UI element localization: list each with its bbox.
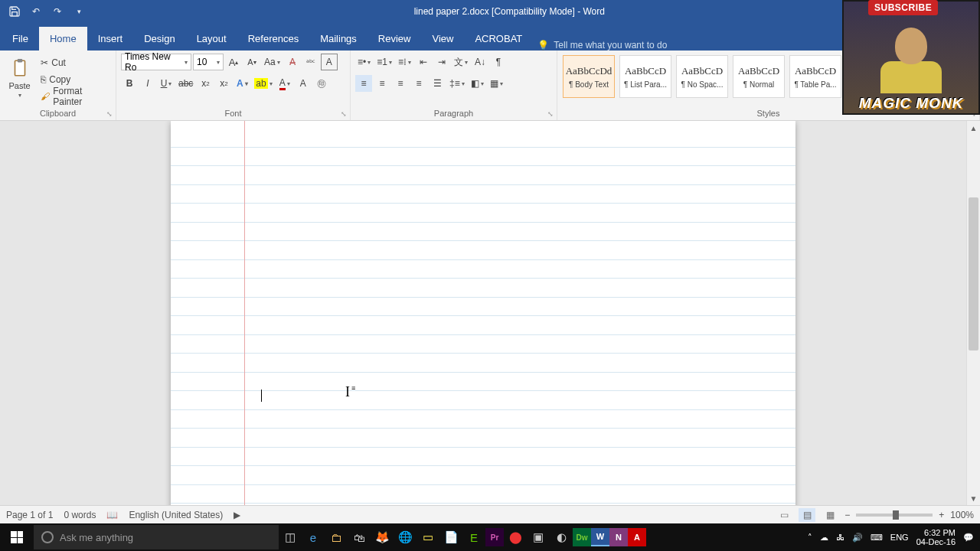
cloud-icon[interactable]: ☁ bbox=[820, 533, 828, 543]
style-normal[interactable]: AaBbCcD¶ Normal bbox=[733, 55, 785, 98]
grow-font-button[interactable]: A▴ bbox=[225, 54, 242, 70]
file-explorer-icon[interactable]: 🗀 bbox=[325, 523, 348, 551]
align-center-button[interactable]: ≡ bbox=[374, 75, 390, 92]
language-indicator[interactable]: English (United States) bbox=[129, 510, 223, 520]
input-icon[interactable]: ⌨ bbox=[871, 533, 883, 543]
spellcheck-icon[interactable]: 📖 bbox=[106, 510, 118, 520]
tab-acrobat[interactable]: ACROBAT bbox=[464, 27, 533, 51]
highlight-button[interactable]: ab bbox=[252, 75, 274, 92]
action-center-icon[interactable]: 💬 bbox=[963, 533, 974, 543]
strikethrough-button[interactable]: abc bbox=[176, 75, 195, 92]
chrome-icon[interactable]: 🌐 bbox=[394, 523, 416, 551]
tab-view[interactable]: View bbox=[421, 27, 464, 51]
zoom-in-button[interactable]: + bbox=[939, 510, 944, 520]
enclose-characters-button[interactable]: ㊞ bbox=[313, 75, 330, 92]
character-shading-button[interactable]: A bbox=[295, 75, 312, 92]
notepad-icon[interactable]: 📄 bbox=[439, 523, 462, 551]
clock[interactable]: 6:32 PM 04-Dec-16 bbox=[916, 528, 956, 546]
clear-formatting-button[interactable]: A̶ bbox=[284, 54, 301, 70]
cortana-search[interactable]: Ask me anything bbox=[34, 525, 279, 549]
shrink-font-button[interactable]: A▾ bbox=[243, 54, 260, 70]
macro-icon[interactable]: ▶ bbox=[234, 510, 240, 520]
distributed-button[interactable]: ☰ bbox=[429, 75, 446, 92]
asian-layout-button[interactable]: 文 bbox=[452, 54, 470, 70]
font-size-combo[interactable]: 10▾ bbox=[193, 54, 224, 70]
tab-mailings[interactable]: Mailings bbox=[309, 27, 368, 51]
sort-button[interactable]: A↓ bbox=[472, 54, 488, 70]
line-spacing-button[interactable]: ‡≡ bbox=[447, 75, 467, 92]
record-icon[interactable]: ⬤ bbox=[504, 523, 527, 551]
cmd-icon[interactable]: ▣ bbox=[527, 523, 550, 551]
style-table-paragraph[interactable]: AaBbCcD¶ Table Pa... bbox=[789, 55, 841, 98]
style-list-paragraph[interactable]: AaBbCcD¶ List Para... bbox=[619, 55, 671, 98]
align-right-button[interactable]: ≡ bbox=[392, 75, 409, 92]
zoom-out-button[interactable]: − bbox=[844, 510, 850, 520]
scroll-thumb[interactable] bbox=[969, 197, 978, 350]
volume-icon[interactable]: 🔊 bbox=[852, 533, 863, 543]
task-view-button[interactable]: ◫ bbox=[279, 523, 302, 551]
onenote-icon[interactable]: N bbox=[609, 528, 628, 546]
multilevel-list-button[interactable]: ≡⁞ bbox=[396, 54, 413, 70]
qat-customize[interactable]: ▾ bbox=[69, 2, 89, 21]
tab-design[interactable]: Design bbox=[133, 27, 185, 51]
superscript-button[interactable]: x2 bbox=[215, 75, 232, 92]
evernote-icon[interactable]: E bbox=[462, 523, 485, 551]
tell-me-box[interactable]: 💡 Tell me what you want to do bbox=[533, 40, 667, 51]
language-indicator-tray[interactable]: ENG bbox=[890, 533, 909, 542]
style-no-spacing[interactable]: AaBbCcD¶ No Spac... bbox=[676, 55, 728, 98]
read-mode-button[interactable]: ▭ bbox=[776, 508, 792, 522]
phonetic-guide-button[interactable]: ᵃᵇᶜ bbox=[302, 54, 319, 70]
edge-icon[interactable]: e bbox=[302, 523, 325, 551]
vertical-scrollbar[interactable]: ▲ ▼ bbox=[966, 121, 980, 505]
word-count[interactable]: 0 words bbox=[64, 510, 96, 520]
numbering-button[interactable]: ≡1 bbox=[374, 54, 394, 70]
dreamweaver-icon[interactable]: Dw bbox=[573, 528, 591, 546]
word-icon[interactable]: W bbox=[591, 528, 609, 546]
italic-button[interactable]: I bbox=[139, 75, 156, 92]
network-icon[interactable]: 🖧 bbox=[836, 533, 844, 542]
clipboard-launcher[interactable]: ⤡ bbox=[106, 110, 113, 118]
align-left-button[interactable]: ≡ bbox=[355, 75, 372, 92]
scroll-down-arrow[interactable]: ▼ bbox=[967, 491, 980, 505]
start-button[interactable] bbox=[0, 523, 34, 551]
underline-button[interactable]: U bbox=[158, 75, 175, 92]
font-launcher[interactable]: ⤡ bbox=[341, 110, 347, 118]
bold-button[interactable]: B bbox=[121, 75, 138, 92]
show-marks-button[interactable]: ¶ bbox=[490, 54, 507, 70]
acrobat-icon[interactable]: A bbox=[628, 528, 646, 546]
scroll-up-arrow[interactable]: ▲ bbox=[967, 121, 980, 135]
text-effects-button[interactable]: A bbox=[234, 75, 250, 92]
page-indicator[interactable]: Page 1 of 1 bbox=[6, 510, 53, 520]
bullets-button[interactable]: ≡• bbox=[355, 54, 373, 70]
cut-button[interactable]: ✂Cut bbox=[38, 55, 111, 70]
decrease-indent-button[interactable]: ⇤ bbox=[415, 54, 432, 70]
subscript-button[interactable]: x2 bbox=[197, 75, 214, 92]
page[interactable]: I≡ bbox=[171, 121, 795, 505]
tray-chevron-icon[interactable]: ˄ bbox=[808, 533, 812, 543]
undo-button[interactable]: ↶ bbox=[26, 2, 46, 21]
obs-icon[interactable]: ◐ bbox=[550, 523, 573, 551]
zoom-slider[interactable] bbox=[856, 514, 933, 517]
change-case-button[interactable]: Aa bbox=[262, 54, 283, 70]
zoom-level[interactable]: 100% bbox=[950, 510, 974, 520]
font-color-button[interactable]: A bbox=[276, 75, 293, 92]
document-area[interactable]: I≡ bbox=[0, 121, 966, 505]
web-layout-button[interactable]: ▦ bbox=[822, 508, 838, 522]
tab-layout[interactable]: Layout bbox=[186, 27, 237, 51]
paragraph-launcher[interactable]: ⤡ bbox=[547, 110, 554, 118]
shading-button[interactable]: ◧ bbox=[469, 75, 486, 92]
save-button[interactable] bbox=[5, 2, 24, 21]
borders-button[interactable]: ▦ bbox=[488, 75, 505, 92]
style-body-text[interactable]: AaBbCcDd¶ Body Text bbox=[563, 55, 615, 98]
tab-insert[interactable]: Insert bbox=[87, 27, 134, 51]
print-layout-button[interactable]: ▤ bbox=[799, 508, 815, 522]
font-name-combo[interactable]: Times New Ro▾ bbox=[121, 54, 191, 70]
justify-button[interactable]: ≡ bbox=[410, 75, 427, 92]
tab-review[interactable]: Review bbox=[368, 27, 422, 51]
tab-references[interactable]: References bbox=[237, 27, 309, 51]
tab-file[interactable]: File bbox=[2, 27, 39, 51]
redo-button[interactable]: ↷ bbox=[47, 2, 67, 21]
premiere-icon[interactable]: Pr bbox=[485, 528, 504, 546]
paste-button[interactable]: Paste ▾ bbox=[5, 54, 34, 102]
format-painter-button[interactable]: 🖌Format Painter bbox=[38, 89, 111, 104]
